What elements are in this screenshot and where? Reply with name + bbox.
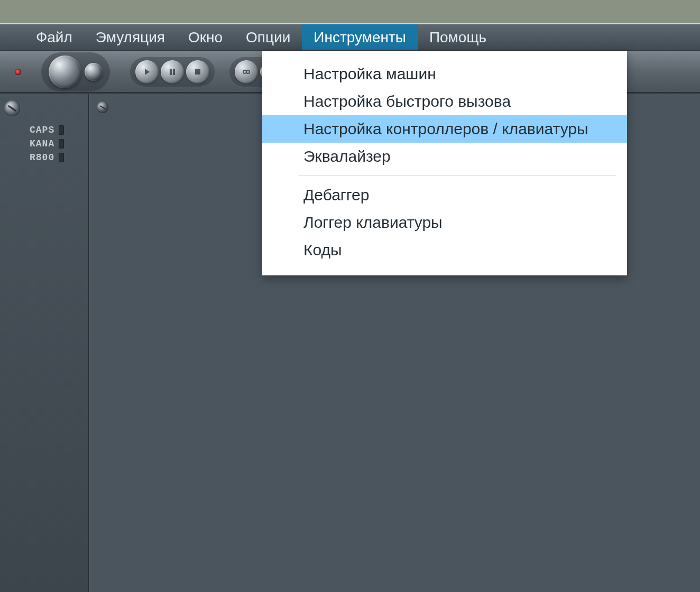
svg-rect-1: [173, 69, 175, 75]
knob-group: [41, 52, 110, 91]
svg-rect-2: [195, 69, 200, 75]
screw-icon: [97, 101, 108, 113]
power-led-icon: [15, 69, 21, 75]
menu-file[interactable]: Файл: [24, 24, 84, 50]
svg-rect-0: [170, 69, 172, 75]
dropdown-item-keylogger[interactable]: Логгер клавиатуры: [262, 209, 627, 236]
playback-controls: [130, 57, 215, 87]
dropdown-item-codes[interactable]: Коды: [262, 236, 627, 264]
dropdown-separator: [298, 175, 616, 176]
play-button[interactable]: [135, 60, 159, 84]
tools-dropdown: Настройка машин Настройка быстрого вызов…: [262, 51, 627, 275]
menubar: Файл Эмуляция Окно Опции Инструменты Пом…: [0, 24, 700, 51]
menu-window[interactable]: Окно: [177, 24, 234, 50]
indicator-label: R800: [30, 152, 54, 163]
indicator-led-icon: [59, 153, 64, 162]
menu-options[interactable]: Опции: [234, 24, 302, 50]
stop-icon: [194, 68, 202, 76]
volume-knob[interactable]: [49, 56, 81, 88]
pause-icon: [168, 68, 177, 76]
indicator-label: KANA: [30, 138, 54, 149]
indicator-kana: KANA: [30, 138, 84, 149]
sidebar: CAPS KANA R800: [0, 94, 89, 592]
menu-tools[interactable]: Инструменты: [302, 24, 418, 50]
dropdown-item-controllers-setup[interactable]: Настройка контроллеров / клавиатуры: [262, 115, 627, 143]
dropdown-item-quickcall-setup[interactable]: Настройка быстрого вызова: [262, 88, 627, 115]
indicator-label: CAPS: [30, 125, 54, 135]
indicator-led-icon: [59, 125, 64, 135]
dropdown-item-debugger[interactable]: Дебаггер: [262, 181, 627, 209]
pause-button[interactable]: [161, 60, 184, 84]
link-icon: [242, 68, 251, 76]
play-icon: [143, 68, 151, 76]
dropdown-item-equalizer[interactable]: Эквалайзер: [262, 143, 627, 170]
stop-button[interactable]: [186, 60, 209, 84]
svg-point-4: [246, 70, 250, 73]
menu-help[interactable]: Помощь: [418, 24, 498, 50]
menu-emulation[interactable]: Эмуляция: [84, 24, 177, 50]
secondary-knob[interactable]: [85, 63, 103, 81]
dropdown-item-machine-setup[interactable]: Настройка машин: [262, 60, 627, 88]
indicator-led-icon: [59, 139, 64, 149]
link-button[interactable]: [235, 60, 258, 84]
indicator-r800: R800: [30, 152, 84, 163]
indicator-caps: CAPS: [30, 125, 84, 135]
screw-icon: [4, 100, 20, 116]
